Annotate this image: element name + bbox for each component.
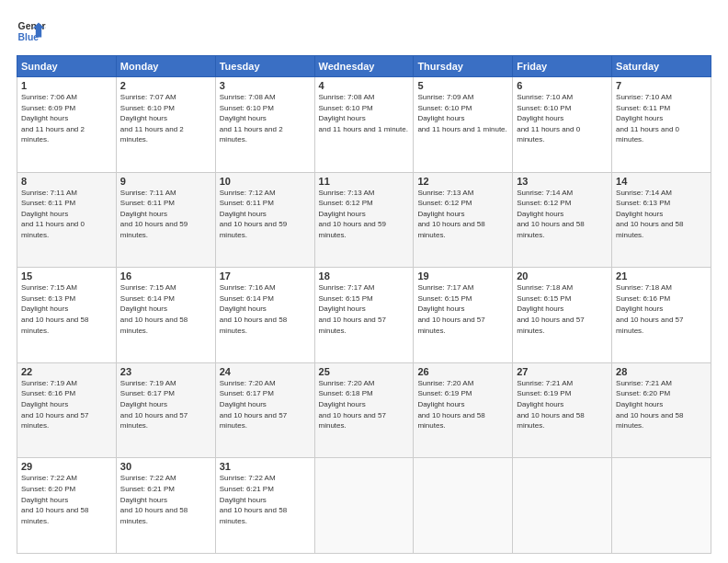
weekday-header-sunday: Sunday — [17, 56, 117, 77]
week-row-4: 22Sunrise: 7:19 AMSunset: 6:16 PMDayligh… — [17, 362, 711, 458]
day-number: 10 — [220, 176, 311, 187]
day-cell: 17Sunrise: 7:16 AMSunset: 6:14 PMDayligh… — [215, 268, 314, 363]
day-cell: 9Sunrise: 7:11 AMSunset: 6:11 PMDaylight… — [116, 172, 215, 268]
day-cell: 3Sunrise: 7:08 AMSunset: 6:10 PMDaylight… — [215, 77, 314, 173]
week-row-2: 8Sunrise: 7:11 AMSunset: 6:11 PMDaylight… — [17, 172, 711, 268]
day-cell: 20Sunrise: 7:18 AMSunset: 6:15 PMDayligh… — [513, 268, 612, 363]
calendar-page: General Blue SundayMondayTuesdayWednesda… — [0, 0, 728, 563]
day-info: Sunrise: 7:14 AMSunset: 6:13 PMDaylight … — [616, 188, 707, 241]
logo: General Blue — [17, 17, 46, 46]
day-cell — [414, 458, 513, 554]
weekday-header-tuesday: Tuesday — [215, 56, 314, 77]
day-cell: 25Sunrise: 7:20 AMSunset: 6:18 PMDayligh… — [314, 362, 414, 458]
day-cell: 30Sunrise: 7:22 AMSunset: 6:21 PMDayligh… — [116, 458, 215, 554]
day-cell — [314, 458, 414, 554]
day-number: 21 — [616, 270, 707, 282]
day-number: 28 — [616, 366, 707, 377]
day-number: 2 — [120, 80, 211, 91]
day-info: Sunrise: 7:15 AMSunset: 6:13 PMDaylight … — [21, 282, 112, 336]
weekday-header-wednesday: Wednesday — [314, 56, 414, 77]
day-number: 4 — [319, 80, 410, 91]
day-cell: 5Sunrise: 7:09 AMSunset: 6:10 PMDaylight… — [414, 77, 513, 173]
day-info: Sunrise: 7:22 AMSunset: 6:20 PMDaylight … — [21, 473, 112, 526]
day-number: 17 — [220, 270, 311, 282]
day-info: Sunrise: 7:21 AMSunset: 6:19 PMDaylight … — [517, 378, 608, 431]
logo-icon: General Blue — [17, 17, 46, 46]
day-number: 24 — [220, 366, 311, 377]
day-number: 26 — [417, 366, 508, 377]
day-cell: 27Sunrise: 7:21 AMSunset: 6:19 PMDayligh… — [513, 362, 612, 458]
day-cell — [513, 458, 612, 554]
day-info: Sunrise: 7:06 AMSunset: 6:09 PMDaylight … — [21, 92, 112, 145]
day-number: 20 — [517, 270, 608, 282]
day-cell: 26Sunrise: 7:20 AMSunset: 6:19 PMDayligh… — [414, 362, 513, 458]
day-cell — [612, 458, 711, 554]
weekday-header-row: SundayMondayTuesdayWednesdayThursdayFrid… — [17, 56, 711, 77]
day-number: 25 — [319, 366, 410, 377]
header: General Blue — [17, 17, 711, 46]
day-info: Sunrise: 7:21 AMSunset: 6:20 PMDaylight … — [616, 378, 707, 431]
day-cell: 7Sunrise: 7:10 AMSunset: 6:11 PMDaylight… — [612, 77, 711, 173]
day-info: Sunrise: 7:22 AMSunset: 6:21 PMDaylight … — [220, 473, 311, 526]
day-cell: 22Sunrise: 7:19 AMSunset: 6:16 PMDayligh… — [17, 362, 117, 458]
day-number: 13 — [517, 176, 608, 187]
day-number: 18 — [319, 270, 410, 282]
day-cell: 12Sunrise: 7:13 AMSunset: 6:12 PMDayligh… — [414, 172, 513, 268]
day-info: Sunrise: 7:16 AMSunset: 6:14 PMDaylight … — [220, 282, 311, 336]
day-cell: 2Sunrise: 7:07 AMSunset: 6:10 PMDaylight… — [116, 77, 215, 173]
day-number: 15 — [21, 270, 112, 282]
day-info: Sunrise: 7:17 AMSunset: 6:15 PMDaylight … — [319, 282, 410, 336]
day-number: 29 — [21, 461, 112, 472]
day-info: Sunrise: 7:18 AMSunset: 6:16 PMDaylight … — [616, 282, 707, 336]
day-info: Sunrise: 7:10 AMSunset: 6:10 PMDaylight … — [517, 92, 608, 145]
week-row-3: 15Sunrise: 7:15 AMSunset: 6:13 PMDayligh… — [17, 268, 711, 363]
day-number: 7 — [616, 80, 707, 91]
day-number: 23 — [120, 366, 211, 377]
day-cell: 18Sunrise: 7:17 AMSunset: 6:15 PMDayligh… — [314, 268, 414, 363]
day-info: Sunrise: 7:18 AMSunset: 6:15 PMDaylight … — [517, 282, 608, 336]
day-number: 12 — [417, 176, 508, 187]
day-info: Sunrise: 7:15 AMSunset: 6:14 PMDaylight … — [120, 282, 211, 336]
day-cell: 29Sunrise: 7:22 AMSunset: 6:20 PMDayligh… — [17, 458, 117, 554]
day-number: 9 — [120, 176, 211, 187]
day-cell: 23Sunrise: 7:19 AMSunset: 6:17 PMDayligh… — [116, 362, 215, 458]
calendar-table: SundayMondayTuesdayWednesdayThursdayFrid… — [17, 55, 711, 554]
day-info: Sunrise: 7:17 AMSunset: 6:15 PMDaylight … — [417, 282, 508, 336]
day-info: Sunrise: 7:11 AMSunset: 6:11 PMDaylight … — [120, 188, 211, 241]
day-cell: 10Sunrise: 7:12 AMSunset: 6:11 PMDayligh… — [215, 172, 314, 268]
day-info: Sunrise: 7:11 AMSunset: 6:11 PMDaylight … — [21, 188, 112, 241]
weekday-header-thursday: Thursday — [414, 56, 513, 77]
day-cell: 28Sunrise: 7:21 AMSunset: 6:20 PMDayligh… — [612, 362, 711, 458]
day-info: Sunrise: 7:14 AMSunset: 6:12 PMDaylight … — [517, 188, 608, 241]
day-number: 19 — [417, 270, 508, 282]
day-cell: 4Sunrise: 7:08 AMSunset: 6:10 PMDaylight… — [314, 77, 414, 173]
day-cell: 13Sunrise: 7:14 AMSunset: 6:12 PMDayligh… — [513, 172, 612, 268]
day-info: Sunrise: 7:19 AMSunset: 6:16 PMDaylight … — [21, 378, 112, 431]
day-number: 27 — [517, 366, 608, 377]
day-info: Sunrise: 7:08 AMSunset: 6:10 PMDaylight … — [319, 92, 410, 134]
day-info: Sunrise: 7:09 AMSunset: 6:10 PMDaylight … — [417, 92, 508, 134]
day-cell: 11Sunrise: 7:13 AMSunset: 6:12 PMDayligh… — [314, 172, 414, 268]
day-cell: 6Sunrise: 7:10 AMSunset: 6:10 PMDaylight… — [513, 77, 612, 173]
day-number: 1 — [21, 80, 112, 91]
day-info: Sunrise: 7:10 AMSunset: 6:11 PMDaylight … — [616, 92, 707, 145]
day-number: 14 — [616, 176, 707, 187]
day-info: Sunrise: 7:08 AMSunset: 6:10 PMDaylight … — [220, 92, 311, 145]
day-cell: 1Sunrise: 7:06 AMSunset: 6:09 PMDaylight… — [17, 77, 117, 173]
week-row-5: 29Sunrise: 7:22 AMSunset: 6:20 PMDayligh… — [17, 458, 711, 554]
day-info: Sunrise: 7:20 AMSunset: 6:18 PMDaylight … — [319, 378, 410, 431]
weekday-header-friday: Friday — [513, 56, 612, 77]
day-number: 16 — [120, 270, 211, 282]
day-number: 3 — [220, 80, 311, 91]
day-cell: 15Sunrise: 7:15 AMSunset: 6:13 PMDayligh… — [17, 268, 117, 363]
day-number: 11 — [319, 176, 410, 187]
day-cell: 19Sunrise: 7:17 AMSunset: 6:15 PMDayligh… — [414, 268, 513, 363]
day-info: Sunrise: 7:19 AMSunset: 6:17 PMDaylight … — [120, 378, 211, 431]
day-number: 30 — [120, 461, 211, 472]
day-number: 5 — [417, 80, 508, 91]
day-number: 6 — [517, 80, 608, 91]
day-cell: 14Sunrise: 7:14 AMSunset: 6:13 PMDayligh… — [612, 172, 711, 268]
day-cell: 8Sunrise: 7:11 AMSunset: 6:11 PMDaylight… — [17, 172, 117, 268]
day-info: Sunrise: 7:22 AMSunset: 6:21 PMDaylight … — [120, 473, 211, 526]
day-number: 8 — [21, 176, 112, 187]
